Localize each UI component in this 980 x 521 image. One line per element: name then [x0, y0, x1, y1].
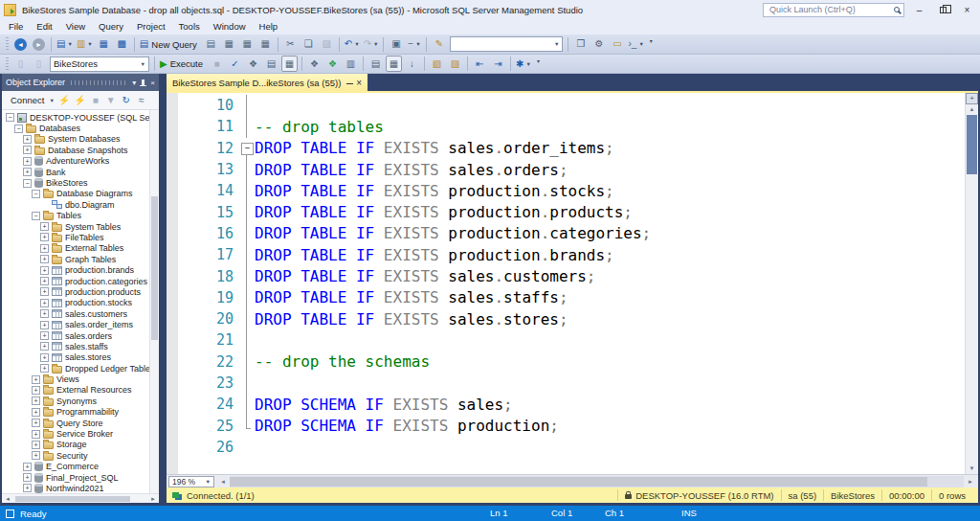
- code-line[interactable]: 16DROP TABLE IF EXISTS production.catego…: [167, 223, 965, 244]
- tree-item[interactable]: +External Tables: [2, 243, 159, 254]
- toolbar-overflow-icon[interactable]: ▾: [650, 34, 653, 44]
- tree-item[interactable]: −Database Diagrams: [2, 189, 159, 199]
- scrollbar-thumb[interactable]: [15, 496, 130, 502]
- close-icon[interactable]: ×: [150, 79, 155, 87]
- expander-icon[interactable]: −: [14, 125, 23, 133]
- expander-icon[interactable]: −: [32, 212, 40, 220]
- tree-item[interactable]: +sales.staffs: [2, 341, 159, 351]
- increase-indent-button[interactable]: ⇥: [490, 56, 506, 72]
- tree-item[interactable]: +Database Snapshots: [2, 145, 159, 155]
- include-live-stats-button[interactable]: ❖: [324, 56, 341, 72]
- tree-item[interactable]: +Dropped Ledger Tables: [2, 363, 159, 374]
- query-options-button[interactable]: ▤: [263, 56, 279, 72]
- editor-hscrollbar[interactable]: [230, 476, 964, 487]
- window-position-icon[interactable]: ▾: [132, 79, 136, 87]
- code-line[interactable]: 26: [167, 437, 965, 458]
- expander-icon[interactable]: +: [40, 353, 49, 362]
- minimize-button[interactable]: –: [910, 2, 928, 17]
- close-button[interactable]: ×: [958, 2, 976, 17]
- tree-item[interactable]: +sales.customers: [2, 308, 159, 319]
- save-all-button[interactable]: ▩: [114, 36, 130, 53]
- tree-item[interactable]: +Northwind2021: [2, 483, 159, 493]
- copy-button[interactable]: ❏: [301, 36, 317, 53]
- tree-item[interactable]: +production.stocks: [2, 298, 159, 308]
- undo-button[interactable]: ↶▼: [344, 36, 361, 53]
- expander-icon[interactable]: +: [32, 419, 40, 427]
- new-query-button[interactable]: ▤New Query: [139, 36, 201, 53]
- tree-item[interactable]: +Views: [2, 374, 159, 384]
- expander-icon[interactable]: −: [23, 179, 32, 188]
- scrollbar-track[interactable]: [13, 495, 147, 503]
- analysis-dmx-query-button[interactable]: ▦: [239, 36, 256, 53]
- template-parameters-button[interactable]: ✎: [431, 36, 447, 53]
- expander-icon[interactable]: −: [32, 190, 40, 198]
- menu-file[interactable]: File: [2, 19, 30, 34]
- analysis-mdx-query-button[interactable]: ▦: [221, 36, 237, 53]
- scroll-left-arrow-icon[interactable]: ◄: [217, 479, 229, 485]
- tree-item[interactable]: +production.categories: [2, 276, 159, 286]
- tree-item[interactable]: dbo.Diagram: [2, 199, 159, 210]
- open-in-object-explorer-button[interactable]: ▯: [31, 56, 47, 72]
- scroll-left-arrow-icon[interactable]: ◄: [2, 496, 13, 502]
- expander-icon[interactable]: +: [23, 135, 32, 144]
- display-estimated-plan-button[interactable]: ❖: [245, 56, 261, 72]
- expander-icon[interactable]: +: [23, 484, 32, 492]
- refresh-icon[interactable]: ↻: [120, 93, 133, 107]
- new-file-button[interactable]: ▤▼: [56, 36, 74, 53]
- tree-item[interactable]: +FileTables: [2, 232, 159, 242]
- menu-view[interactable]: View: [59, 19, 92, 34]
- results-to-grid-button[interactable]: ▦: [386, 56, 402, 72]
- expander-icon[interactable]: +: [23, 473, 32, 482]
- tree-item[interactable]: −Databases: [2, 123, 159, 133]
- expander-icon[interactable]: +: [32, 451, 40, 460]
- tree-item[interactable]: +Graph Tables: [2, 254, 159, 264]
- cancel-query-button[interactable]: ■: [209, 56, 225, 72]
- object-explorer-vscrollbar[interactable]: [149, 110, 159, 493]
- analysis-xmla-query-button[interactable]: ▦: [257, 36, 274, 53]
- fold-margin[interactable]: [239, 138, 255, 159]
- expander-icon[interactable]: +: [40, 331, 49, 340]
- find-combobox[interactable]: ▼: [450, 36, 563, 52]
- code-line[interactable]: 23: [167, 373, 965, 394]
- object-explorer-header[interactable]: Object Explorer ▾ ×: [2, 74, 159, 91]
- change-connection-button[interactable]: ▯: [12, 56, 29, 72]
- multi-window-button[interactable]: ❒: [572, 36, 589, 53]
- tree-item[interactable]: −BikeStores: [2, 177, 159, 188]
- quick-launch[interactable]: [763, 3, 904, 17]
- code-line[interactable]: 19DROP TABLE IF EXISTS sales.staffs;: [167, 287, 965, 308]
- filter-icon[interactable]: ▼: [104, 93, 118, 107]
- menu-query[interactable]: Query: [92, 19, 130, 34]
- tab-close-icon[interactable]: ×: [356, 78, 362, 88]
- expander-icon[interactable]: +: [40, 266, 49, 275]
- code-line[interactable]: 22-- drop the schemas: [167, 351, 965, 373]
- document-tab[interactable]: BikeStores Sample D...ikeStores (sa (55)…: [167, 74, 368, 91]
- stop-icon[interactable]: ■: [89, 93, 102, 107]
- tree-item[interactable]: −DESKTOP-YOUSSEF (SQL Server 16.0.: [2, 112, 159, 123]
- scrollbar-thumb[interactable]: [967, 115, 977, 174]
- search-icon[interactable]: [894, 7, 900, 12]
- decrease-indent-button[interactable]: ⇤: [472, 56, 488, 72]
- navigate-forward-button[interactable]: ►: [31, 36, 47, 53]
- quick-launch-input[interactable]: [768, 4, 890, 15]
- navigate-backward-button[interactable]: ◄: [12, 36, 29, 53]
- results-to-text-button[interactable]: ▤: [368, 56, 384, 72]
- tree-item[interactable]: +sales.orders: [2, 330, 159, 341]
- include-actual-plan-button[interactable]: ❖: [306, 56, 323, 72]
- new-engine-query-button[interactable]: ▤: [203, 36, 219, 53]
- template-explorer-button[interactable]: ▭: [609, 36, 625, 53]
- expander-icon[interactable]: +: [23, 146, 32, 154]
- connect-icon[interactable]: ⚡: [57, 93, 71, 107]
- uncomment-selection-button[interactable]: ▨: [447, 56, 463, 72]
- tree-item[interactable]: +Service Broker: [2, 428, 159, 439]
- include-client-stats-button[interactable]: ▥: [343, 56, 359, 72]
- scroll-right-arrow-icon[interactable]: ►: [965, 479, 976, 485]
- code-line[interactable]: 10: [167, 95, 965, 116]
- expander-icon[interactable]: +: [23, 168, 32, 176]
- command-window-button[interactable]: ›_▼: [627, 36, 644, 53]
- tree-item[interactable]: +Storage: [2, 440, 159, 450]
- expander-icon[interactable]: +: [32, 375, 40, 384]
- pin-icon[interactable]: [140, 79, 146, 85]
- expander-icon[interactable]: +: [40, 309, 49, 318]
- tree-item[interactable]: +production.products: [2, 286, 159, 297]
- expander-icon[interactable]: +: [40, 299, 49, 307]
